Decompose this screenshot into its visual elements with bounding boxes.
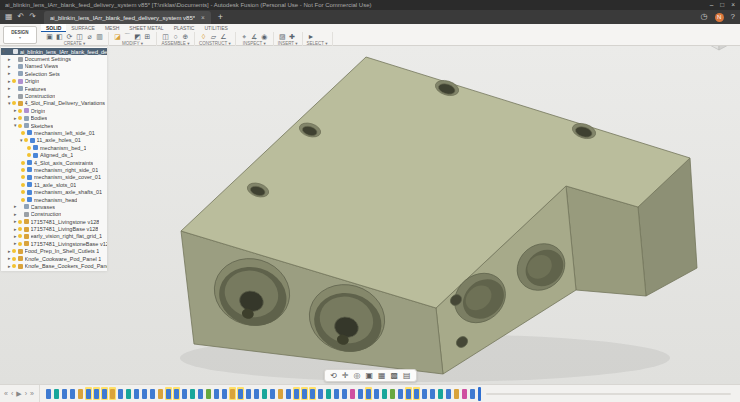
browser-row[interactable]: ▸ Food_Prep_In_Shell_Cutlets 1 [1,248,107,255]
timeline-feature[interactable] [333,387,340,400]
timeline-feature[interactable] [197,387,204,400]
tool-icon[interactable]: ▥ [95,32,104,41]
expander-icon[interactable]: ▸ [1,203,17,210]
toolbar-group-label[interactable]: SELECT ▾ [307,41,328,46]
browser-row[interactable]: ▸ 17157481_LivingstoneBase v128 [1,240,107,247]
nav-icon[interactable]: ▦ [378,370,386,381]
visibility-bulb-icon[interactable] [21,198,25,202]
tool-icon[interactable]: ◉ [260,32,269,41]
browser-row[interactable]: 11_axle_slots_01 [1,181,107,188]
tool-icon[interactable]: ⌀ [85,32,94,41]
visibility-bulb-icon[interactable] [27,153,31,157]
visibility-bulb-icon[interactable] [12,79,16,83]
ribbon-tab[interactable]: SHEET METAL [124,24,168,32]
visibility-bulb-icon[interactable] [18,234,22,238]
timeline-control-button[interactable]: » [30,385,34,402]
tool-icon[interactable]: ⊞ [143,32,152,41]
expander-icon[interactable]: ▸ [1,78,11,85]
timeline-feature[interactable] [189,387,196,400]
timeline-feature[interactable] [365,387,372,400]
timeline-feature[interactable] [101,387,108,400]
timeline-feature[interactable] [405,387,412,400]
browser-row[interactable]: 4_Slot_axis_Constraints [1,159,107,166]
browser-row[interactable]: ▸ Knofe_Base_Cookers_Food_Panel 1 [1,262,107,269]
tool-icon[interactable]: ⊕ [181,32,190,41]
toolbar-group-label[interactable]: ASSEMBLE ▾ [161,41,190,46]
browser-row[interactable]: ▸ Features [1,85,107,92]
timeline-feature[interactable] [93,387,100,400]
browser-row[interactable]: ▸ Origin [1,78,107,85]
visibility-bulb-icon[interactable] [21,190,25,194]
timeline-control-button[interactable]: ▶ [16,385,21,402]
timeline-feature[interactable] [413,387,420,400]
tool-icon[interactable]: ⟳ [65,32,74,41]
timeline-feature[interactable] [373,387,380,400]
timeline-playhead[interactable] [478,387,481,401]
timeline-feature[interactable] [437,387,444,400]
visibility-bulb-icon[interactable] [18,227,22,231]
timeline-feature[interactable] [109,387,116,400]
timeline-feature[interactable] [357,387,364,400]
document-tab[interactable]: ai_blinkin_lens_IArr_blank_feed_delivery… [44,11,211,24]
tool-icon[interactable]: ⌒ [123,32,132,41]
expander-icon[interactable]: ▸ [1,63,11,70]
visibility-bulb-icon[interactable] [21,183,25,187]
nav-icon[interactable]: ▤ [403,370,411,381]
appbar-icon[interactable]: ▦ [5,10,13,24]
toolbar-group-label[interactable]: CONSTRUCT ▾ [199,41,231,46]
visibility-bulb-icon[interactable] [18,220,22,224]
expander-icon[interactable]: ▸ [1,255,11,262]
browser-row[interactable]: ▾ Sketches [1,122,107,129]
tool-icon[interactable]: ◪ [113,32,122,41]
timeline-feature[interactable] [117,387,124,400]
toolbar-group-label[interactable]: INSERT ▾ [278,41,298,46]
visibility-bulb-icon[interactable] [27,146,31,150]
visibility-bulb-icon[interactable] [18,242,22,246]
timeline-feature[interactable] [221,387,228,400]
timeline-feature[interactable] [53,387,60,400]
browser-row[interactable]: ▸ Construction [1,211,107,218]
visibility-bulb-icon[interactable] [21,168,25,172]
tool-icon[interactable]: ◧ [55,32,64,41]
expander-icon[interactable]: ▾ [1,137,23,144]
tool-icon[interactable]: ◫ [75,32,84,41]
expander-icon[interactable]: ▾ [1,48,6,55]
nav-icon[interactable]: ◎ [353,370,360,381]
expander-icon[interactable]: ▸ [1,263,11,270]
browser-row[interactable]: ▾ ai_blinkin_lens_IArr_blank_feed_delive… [1,48,107,55]
browser-row[interactable]: ▸ 17157481_Livingstone v128 [1,218,107,225]
browser-row[interactable]: ▸ Construction [1,92,107,99]
tool-icon[interactable]: ∡ [250,32,259,41]
expander-icon[interactable]: ▾ [1,122,17,129]
timeline-feature[interactable] [181,387,188,400]
timeline-feature[interactable] [77,387,84,400]
timeline-feature[interactable] [397,387,404,400]
visibility-bulb-icon[interactable] [12,249,16,253]
toolbar-group-label[interactable]: MODIFY ▾ [113,41,152,46]
timeline-feature[interactable] [317,387,324,400]
appbar-icon[interactable]: ↶ [18,10,25,24]
timeline-feature[interactable] [245,387,252,400]
timeline-feature[interactable] [229,387,236,400]
appbar-icon[interactable]: ↷ [29,10,36,24]
workspace-selector[interactable]: DESIGN ▾ [3,26,37,44]
browser-row[interactable]: ▾ 4_Slot_Final_Delivery_Variations [1,100,107,107]
browser-row[interactable]: mechanism_bed_1 [1,144,107,151]
timeline-feature[interactable] [349,387,356,400]
tool-icon[interactable]: ✚ [288,32,297,41]
timeline-feature[interactable] [165,387,172,400]
visibility-bulb-icon[interactable] [18,124,22,128]
timeline-feature[interactable] [269,387,276,400]
window-control-button[interactable]: – [710,0,714,10]
help-icon[interactable]: ? [731,10,735,24]
ribbon-tab[interactable]: PLASTIC [169,24,200,32]
timeline-feature[interactable] [309,387,316,400]
avatar[interactable]: N [715,13,724,22]
timeline-feature[interactable] [285,387,292,400]
timeline-feature[interactable] [445,387,452,400]
expander-icon[interactable]: ▸ [1,218,17,225]
timeline-feature[interactable] [213,387,220,400]
tool-icon[interactable]: ○ [171,32,180,41]
browser-row[interactable]: ▸ Selection Sets [1,70,107,77]
tab-close-icon[interactable]: × [201,14,205,21]
